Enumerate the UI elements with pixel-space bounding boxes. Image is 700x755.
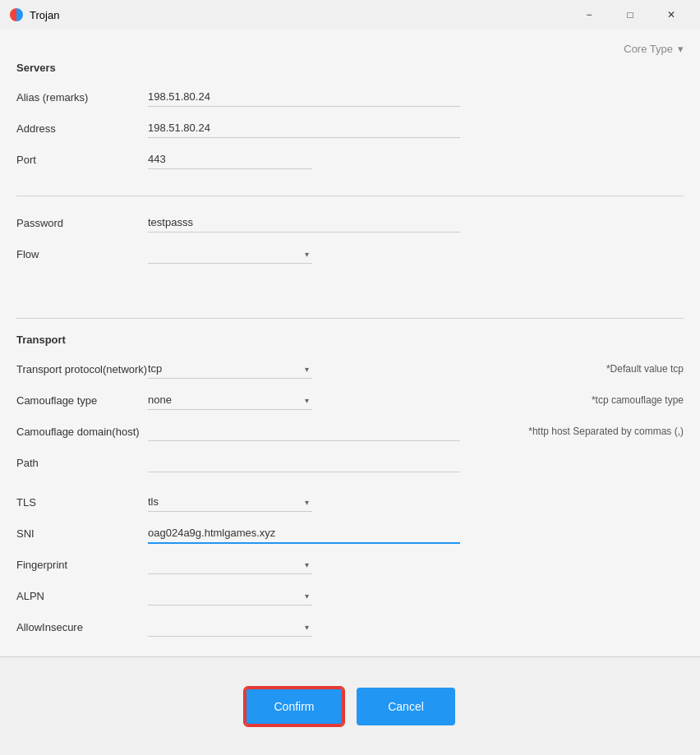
alpn-row: ALPN ▾ xyxy=(16,581,684,610)
transport-protocol-select[interactable]: tcp xyxy=(148,359,312,379)
cancel-button[interactable]: Cancel xyxy=(357,688,455,725)
fingerprint-label: Fingerprint xyxy=(16,559,148,571)
path-label: Path xyxy=(16,457,148,469)
camouflage-domain-hint: *http host Separated by commas (,) xyxy=(528,426,684,437)
port-label: Port xyxy=(16,154,148,166)
core-type-arrow: ▾ xyxy=(678,43,684,55)
tls-row: TLS tls ▾ xyxy=(16,487,684,517)
divider-2 xyxy=(16,318,684,319)
password-input[interactable] xyxy=(148,213,460,232)
transport-protocol-wrapper: tcp ▾ xyxy=(148,359,312,379)
bottom-area: Confirm Cancel xyxy=(0,656,700,755)
servers-section-title: Servers xyxy=(16,62,684,74)
transport-protocol-left: Transport protocol(network) tcp ▾ xyxy=(16,359,590,379)
port-input[interactable] xyxy=(148,150,312,169)
camouflage-domain-label: Camouflage domain(host) xyxy=(16,426,148,438)
tls-label: TLS xyxy=(16,496,148,509)
port-row: Port xyxy=(16,145,684,174)
title-bar: Trojan − □ ✕ xyxy=(0,0,700,30)
spacer-2 xyxy=(16,479,684,487)
alias-row: Alias (remarks) xyxy=(16,82,684,112)
maximize-button[interactable]: □ xyxy=(611,3,649,26)
camouflage-domain-row: Camouflage domain(host) *http host Separ… xyxy=(16,417,684,446)
camouflage-type-left: Camouflage type none ▾ xyxy=(16,390,575,410)
camouflage-type-select[interactable]: none xyxy=(148,390,312,410)
spacer-1 xyxy=(16,270,684,306)
path-input[interactable] xyxy=(148,453,460,472)
address-row: Address xyxy=(16,113,684,143)
fingerprint-select[interactable] xyxy=(148,555,312,574)
transport-section-title: Transport xyxy=(16,334,684,346)
main-content: Core Type ▾ Servers Alias (remarks) Addr… xyxy=(0,30,700,656)
flow-select[interactable] xyxy=(148,244,312,264)
app-icon xyxy=(10,8,23,21)
alpn-label: ALPN xyxy=(16,590,148,602)
address-label: Address xyxy=(16,122,148,135)
fingerprint-row: Fingerprint ▾ xyxy=(16,550,684,579)
camouflage-domain-left: Camouflage domain(host) xyxy=(16,421,512,441)
transport-section: Transport Transport protocol(network) tc… xyxy=(16,330,684,643)
camouflage-type-wrapper: none ▾ xyxy=(148,390,312,410)
camouflage-domain-input[interactable] xyxy=(148,421,460,441)
allow-insecure-row: AllowInsecure ▾ xyxy=(16,612,684,642)
camouflage-type-row: Camouflage type none ▾ *tcp camouflage t… xyxy=(16,385,684,415)
password-label: Password xyxy=(16,217,148,229)
allow-insecure-label: AllowInsecure xyxy=(16,621,148,633)
core-type-row: Core Type ▾ xyxy=(16,43,684,55)
window-controls: − □ ✕ xyxy=(570,3,690,26)
alias-label: Alias (remarks) xyxy=(16,91,148,104)
address-input[interactable] xyxy=(148,118,460,138)
alpn-select[interactable] xyxy=(148,586,312,605)
core-type-label: Core Type xyxy=(624,43,673,55)
allow-insecure-select[interactable] xyxy=(148,617,312,637)
sni-row: SNI xyxy=(16,518,684,548)
close-button[interactable]: ✕ xyxy=(652,3,690,26)
path-row: Path xyxy=(16,448,684,477)
flow-select-wrapper: ▾ xyxy=(148,244,312,264)
allow-insecure-wrapper: ▾ xyxy=(148,617,312,637)
flow-row: Flow ▾ xyxy=(16,239,684,269)
alias-input[interactable] xyxy=(148,87,460,107)
core-type-select[interactable]: Core Type ▾ xyxy=(624,43,684,55)
confirm-button[interactable]: Confirm xyxy=(245,688,343,725)
auth-section: Password Flow ▾ xyxy=(16,208,684,270)
password-row: Password xyxy=(16,208,684,237)
sni-input[interactable] xyxy=(148,523,460,544)
transport-protocol-row: Transport protocol(network) tcp ▾ *Defau… xyxy=(16,354,684,384)
flow-label: Flow xyxy=(16,248,148,260)
divider-1 xyxy=(16,196,684,196)
servers-section: Servers Alias (remarks) Address Port xyxy=(16,62,684,184)
tls-select[interactable]: tls xyxy=(148,492,312,512)
fingerprint-wrapper: ▾ xyxy=(148,555,312,574)
transport-protocol-hint: *Default value tcp xyxy=(606,363,684,375)
camouflage-type-label: Camouflage type xyxy=(16,394,148,407)
minimize-button[interactable]: − xyxy=(570,3,608,26)
camouflage-type-hint: *tcp camouflage type xyxy=(592,394,684,406)
transport-protocol-label: Transport protocol(network) xyxy=(16,363,148,375)
sni-label: SNI xyxy=(16,527,148,540)
tls-wrapper: tls ▾ xyxy=(148,492,312,512)
window-title: Trojan xyxy=(30,9,570,21)
alpn-wrapper: ▾ xyxy=(148,586,312,605)
